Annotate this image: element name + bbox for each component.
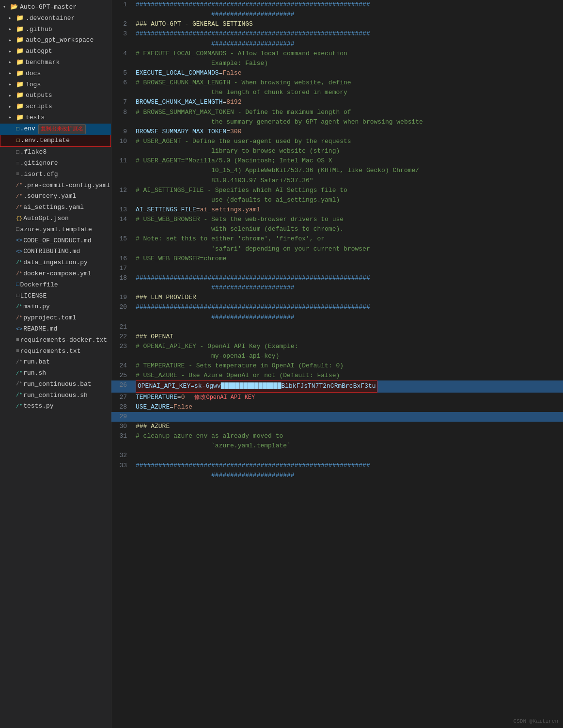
env-tooltip: 复制出来改扩展名 <box>38 124 86 135</box>
line-number: 6 <box>111 78 134 97</box>
sidebar-item-logs[interactable]: 📁logs <box>0 79 111 91</box>
sidebar-item-devcontainer[interactable]: 📁.devcontainer <box>0 13 111 24</box>
code-line-27: 27TEMPERATURE=0修改OpenAI API KEY <box>111 393 563 402</box>
line-number: 30 <box>111 422 134 431</box>
line-content: # BROWSE_SUMMARY_MAX_TOKEN - Define the … <box>134 108 563 127</box>
sidebar-item-run-cont-sh[interactable]: /* run_continuous.sh <box>0 390 111 401</box>
sidebar-item-label: README.md <box>23 324 57 334</box>
line-number: 18 <box>111 273 134 293</box>
sidebar-item-dockerfile[interactable]: □ Dockerfile <box>0 280 111 291</box>
bat-icon: /* <box>16 380 22 389</box>
sidebar-item-runbat[interactable]: /* run.bat <box>0 357 111 368</box>
line-number: 22 <box>111 332 134 342</box>
line-number: 5 <box>111 68 134 78</box>
sidebar-item-outputs[interactable]: 📁outputs <box>0 90 111 101</box>
code-line-14: 14# USE_WEB_BROWSER - Sets the web-brows… <box>111 215 563 234</box>
code-line-3: 3#######################################… <box>111 29 563 48</box>
chevron-icon <box>9 26 15 33</box>
sidebar-item-pyproject[interactable]: /* pyproject.toml <box>0 313 111 324</box>
md-icon: <> <box>16 248 22 256</box>
line-content: # TEMPERATURE - Sets temperature in Open… <box>134 361 563 371</box>
line-content <box>134 451 563 460</box>
chevron-icon <box>9 70 15 78</box>
py-icon: /* <box>16 402 22 411</box>
line-content <box>134 264 563 273</box>
code-line-9: 9BROWSE_SUMMARY_MAX_TOKEN=300 <box>111 127 563 137</box>
sidebar-item-ai-settings[interactable]: /* ai_settings.yaml <box>0 202 111 213</box>
sidebar-item-mainpy[interactable]: /* main.py <box>0 301 111 313</box>
sidebar-item-label: pyproject.toml <box>23 313 76 323</box>
sidebar-item-docker-compose[interactable]: /* docker-compose.yml <box>0 269 111 280</box>
code-line-22: 22### OPENAI <box>111 332 563 342</box>
code-line-24: 24# TEMPERATURE - Sets temperature in Op… <box>111 361 563 371</box>
line-number: 23 <box>111 342 134 361</box>
sidebar-item-testspy[interactable]: /* tests.py <box>0 401 111 412</box>
sidebar-item-run-cont-bat[interactable]: /* run_continuous.bat <box>0 379 111 390</box>
sidebar-item-runsh[interactable]: /* run.sh <box>0 368 111 379</box>
sidebar-item-req-docker[interactable]: ≡ requirements-docker.txt <box>0 335 111 346</box>
sidebar-item-github[interactable]: 📁.github <box>0 24 111 35</box>
sidebar-item-label: .sourcery.yaml <box>23 191 76 202</box>
py-icon: /* <box>16 303 22 312</box>
sidebar-item-label: tests <box>26 113 45 123</box>
code-line-19: 19### LLM PROVIDER <box>111 293 563 302</box>
folder-icon: 📁 <box>16 14 24 24</box>
chevron-icon <box>9 37 15 45</box>
sidebar-item-scripts[interactable]: 📁scripts <box>0 101 111 112</box>
sidebar-item-data-ingestion[interactable]: /* data_ingestion.py <box>0 257 111 269</box>
docker-icon: □ <box>16 281 19 289</box>
line-content: BROWSE_SUMMARY_MAX_TOKEN=300 <box>134 127 563 137</box>
code-line-12: 12# AI_SETTINGS_FILE - Specifies which A… <box>111 186 563 205</box>
file-explorer[interactable]: 📂Auto-GPT-master📁.devcontainer📁.github📁a… <box>0 0 111 728</box>
line-content: EXECUTE_LOCAL_COMMANDS=False <box>134 68 563 78</box>
line-number: 21 <box>111 322 134 332</box>
line-content: # BROWSE_CHUNK_MAX_LENGTH - When browsin… <box>134 78 563 97</box>
line-number: 13 <box>111 205 134 215</box>
sidebar-item-label: AutoGpt.json <box>23 214 69 224</box>
sidebar-item-label: logs <box>26 80 41 90</box>
sidebar-item-env-template[interactable]: □ .env.template <box>0 135 111 147</box>
sidebar-item-label: requirements.txt <box>20 347 81 357</box>
sidebar-item-pre-commit[interactable]: /* .pre-commit-config.yaml <box>0 180 111 191</box>
sidebar-item-label: benchmark <box>26 58 60 68</box>
sidebar-item-label: .devcontainer <box>26 14 75 24</box>
sidebar-item-label: tests.py <box>23 401 53 411</box>
txt-icon: ≡ <box>16 336 19 345</box>
sh-icon: /* <box>16 369 22 378</box>
sidebar-item-azure-template[interactable]: □ azure.yaml.template <box>0 224 111 236</box>
env-icon: □ <box>16 137 20 145</box>
sidebar-item-flake8[interactable]: □ .flake8 <box>0 147 111 158</box>
sidebar-item-label: autogpt <box>26 47 52 57</box>
folder-icon: 📁 <box>16 80 24 90</box>
line-content: # Note: set this to either 'chrome', 'fi… <box>134 234 563 253</box>
line-number: 26 <box>111 380 134 392</box>
line-number: 25 <box>111 371 134 380</box>
yaml-icon: /* <box>16 181 22 190</box>
sidebar-item-gitignore[interactable]: ≡ .gitignore <box>0 158 111 169</box>
line-number: 31 <box>111 431 134 451</box>
code-line-6: 6# BROWSE_CHUNK_MAX_LENGTH - When browsi… <box>111 78 563 97</box>
line-content <box>134 412 563 422</box>
sidebar-item-sourcery[interactable]: /* .sourcery.yaml <box>0 191 111 202</box>
sidebar-item-isort-cfg[interactable]: ≡ .isort.cfg <box>0 169 111 180</box>
sidebar-item-readme[interactable]: <> README.md <box>0 324 111 335</box>
chevron-icon <box>9 103 15 111</box>
sidebar-item-env[interactable]: □ .env复制出来改扩展名 <box>0 124 111 135</box>
sidebar-item-code-of-conduct[interactable]: <> CODE_OF_CONDUCT.md <box>0 236 111 247</box>
sidebar-item-autogptjson[interactable]: {} AutoGpt.json <box>0 213 111 224</box>
sidebar-item-root[interactable]: 📂Auto-GPT-master <box>0 2 111 13</box>
sidebar-item-autogpt[interactable]: 📁autogpt <box>0 46 111 57</box>
sidebar-item-req-txt[interactable]: ≡ requirements.txt <box>0 346 111 357</box>
chevron-icon <box>9 59 15 66</box>
sidebar-item-docs[interactable]: 📁docs <box>0 68 111 79</box>
sidebar-item-label: requirements-docker.txt <box>20 335 107 346</box>
sidebar-item-tests[interactable]: 📁tests <box>0 112 111 124</box>
sidebar-item-auto_gpt_workspace[interactable]: 📁auto_gpt_workspace <box>0 35 111 46</box>
folder-icon: 📁 <box>16 113 24 123</box>
sh-icon: /* <box>16 391 22 400</box>
sidebar-item-license[interactable]: □ LICENSE <box>0 291 111 302</box>
sidebar-item-label: .pre-commit-config.yaml <box>23 181 110 191</box>
sidebar-item-contributing[interactable]: <> CONTRIBUTING.md <box>0 246 111 257</box>
sidebar-item-label: run_continuous.sh <box>23 391 88 401</box>
sidebar-item-benchmark[interactable]: 📁benchmark <box>0 57 111 68</box>
